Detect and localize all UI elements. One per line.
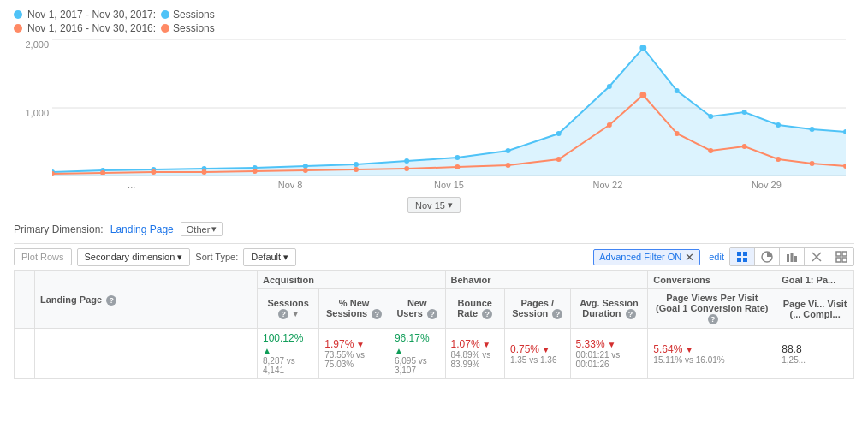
data-table: Landing Page ? Acquisition Behavior Conv… <box>14 271 854 379</box>
grid-view-button[interactable] <box>730 248 755 265</box>
totals-sessions-cell: 100.12% 8,287 vs 4,141 <box>258 329 319 379</box>
svg-rect-42 <box>737 252 741 256</box>
bar-view-button[interactable] <box>780 248 805 265</box>
legend-label-2016: Nov 1, 2016 - Nov 30, 2016: <box>27 22 156 34</box>
svg-point-17 <box>675 88 680 93</box>
totals-label-cell <box>35 329 258 379</box>
totals-new-users-cell: 96.17% 6,095 vs 3,107 <box>389 329 445 379</box>
svg-point-34 <box>607 122 612 128</box>
compare-view-button[interactable] <box>805 248 829 265</box>
svg-rect-44 <box>737 258 741 262</box>
date-range-bar[interactable]: Nov 15 ▾ <box>14 197 854 213</box>
primary-dim-value[interactable]: Landing Page <box>110 223 174 235</box>
acquisition-header: Acquisition <box>258 271 446 289</box>
svg-rect-43 <box>743 252 747 256</box>
legend-metric-dot-2017 <box>161 10 169 19</box>
bounce-rate-help-icon[interactable]: ? <box>482 309 492 319</box>
goal-compl-value: 88.8 <box>782 343 801 355</box>
bounce-rate-header: Bounce Rate ? <box>445 289 504 329</box>
chevron-icon: ▾ <box>211 223 217 235</box>
sort-type-label: Sort Type: <box>195 252 238 262</box>
conv-rate-pct: 5.64% <box>653 343 693 355</box>
sort-type-button[interactable]: Default ▾ <box>243 248 296 266</box>
chevron-down-icon: ▾ <box>283 252 288 263</box>
svg-point-13 <box>506 148 511 153</box>
svg-rect-45 <box>743 258 747 262</box>
legend-metric-dot-2016 <box>161 24 169 33</box>
svg-point-14 <box>556 131 562 136</box>
svg-rect-54 <box>836 258 841 262</box>
sessions-help-icon[interactable]: ? <box>278 309 288 319</box>
primary-dimension-row: Primary Dimension: Landing Page Other ▾ <box>14 222 854 236</box>
totals-conv-rate-cell: 5.64% 15.11% vs 16.01% <box>648 329 776 379</box>
avg-session-sub: 00:01:21 vs 00:01:26 <box>576 350 643 369</box>
sessions-sub: 8,287 vs 4,141 <box>263 356 313 375</box>
svg-point-35 <box>639 92 646 98</box>
legend-dot-2016 <box>14 24 22 33</box>
pages-session-header: Pages / Session ? <box>504 289 570 329</box>
pages-session-help-icon[interactable]: ? <box>552 309 562 319</box>
conv-rate-help-icon[interactable]: ? <box>708 314 718 324</box>
legend-label-2017: Nov 1, 2017 - Nov 30, 2017: <box>27 9 156 21</box>
goal-compl-header: Page Vi... Visit (... Compl... <box>776 289 854 329</box>
new-users-header: New Users ? <box>389 289 445 329</box>
new-users-sub: 6,095 vs 3,107 <box>395 356 440 375</box>
checkbox-header <box>15 271 35 329</box>
svg-marker-3 <box>52 48 846 176</box>
pie-view-button[interactable] <box>755 248 780 265</box>
chart-legend: Nov 1, 2017 - Nov 30, 2017: Sessions Nov… <box>14 9 854 34</box>
new-users-help-icon[interactable]: ? <box>427 309 437 319</box>
svg-point-21 <box>810 127 815 132</box>
other-button[interactable]: Other ▾ <box>181 222 223 236</box>
svg-rect-47 <box>787 254 789 262</box>
svg-point-18 <box>708 114 713 119</box>
totals-avg-session-cell: 5.33% 00:01:21 vs 00:01:26 <box>570 329 648 379</box>
chart-xaxis: ... Nov 8 Nov 15 Nov 22 Nov 29 <box>52 176 846 193</box>
pct-new-sub: 73.55% vs 75.03% <box>324 350 383 369</box>
landing-page-header: Landing Page ? <box>35 271 258 329</box>
goal-compl-sub: 1,25... <box>782 355 848 365</box>
svg-point-24 <box>100 170 105 175</box>
pivot-view-button[interactable] <box>829 248 853 265</box>
svg-point-29 <box>354 167 359 172</box>
svg-rect-55 <box>842 258 847 262</box>
advanced-filter-box: Advanced Filter ON ✕ <box>593 249 700 265</box>
landing-page-help-icon[interactable]: ? <box>106 295 116 306</box>
conversions-header: Conversions <box>648 271 776 289</box>
totals-goal-compl-cell: 88.8 1,25... <box>776 329 854 379</box>
svg-point-33 <box>556 157 562 162</box>
svg-point-12 <box>455 155 460 160</box>
conv-rate-header: Page Views Per Visit (Goal 1 Conversion … <box>648 289 776 329</box>
plot-rows-button[interactable]: Plot Rows <box>14 248 72 265</box>
new-users-pct: 96.17% <box>395 332 430 356</box>
pct-new-help-icon[interactable]: ? <box>372 309 382 319</box>
secondary-dimension-button[interactable]: Secondary dimension ▾ <box>77 248 191 266</box>
svg-point-16 <box>639 45 646 51</box>
date-range-button[interactable]: Nov 15 ▾ <box>407 197 461 213</box>
toolbar: Plot Rows Secondary dimension ▾ Sort Typ… <box>14 243 854 271</box>
filter-close-icon[interactable]: ✕ <box>685 252 694 263</box>
pct-new-pct: 1.97% <box>324 338 365 350</box>
sort-default-label: Default <box>251 252 281 262</box>
svg-point-40 <box>810 161 815 166</box>
date-range-label: Nov 15 <box>415 200 445 211</box>
sessions-sort-icon[interactable]: ▼ <box>291 309 300 318</box>
bounce-sub: 84.89% vs 83.99% <box>451 350 499 369</box>
behavior-header: Behavior <box>445 271 648 289</box>
svg-point-20 <box>776 122 781 128</box>
chevron-down-icon: ▾ <box>448 199 453 211</box>
svg-point-28 <box>303 168 308 173</box>
svg-point-32 <box>506 163 511 168</box>
edit-button[interactable]: edit <box>709 252 724 262</box>
svg-point-15 <box>607 84 612 89</box>
avg-session-help-icon[interactable]: ? <box>626 309 636 319</box>
svg-rect-52 <box>836 252 841 256</box>
legend-item-2016: Nov 1, 2016 - Nov 30, 2016: Sessions <box>14 22 854 34</box>
svg-point-11 <box>404 158 409 164</box>
svg-point-25 <box>151 169 156 175</box>
svg-point-38 <box>742 144 747 149</box>
view-buttons <box>729 247 854 266</box>
chart-svg-area <box>52 39 846 176</box>
avg-session-pct: 5.33% <box>576 338 616 350</box>
svg-point-36 <box>675 131 680 136</box>
